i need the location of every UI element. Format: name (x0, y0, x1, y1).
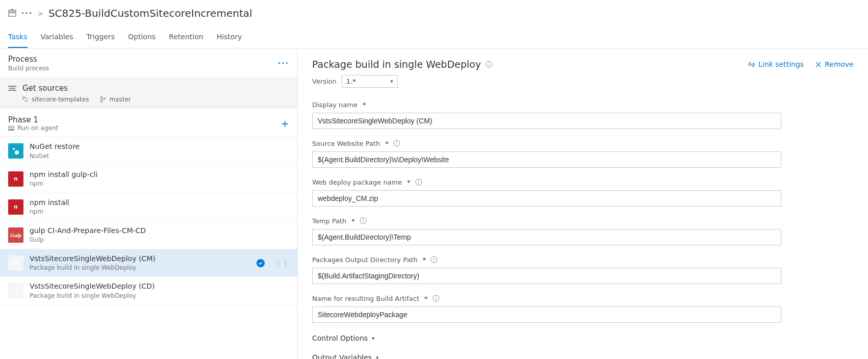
display-name-input[interactable] (312, 113, 781, 129)
task-detail-title: Package build in single WebDeploy i (312, 59, 493, 70)
task-webdeploy-cm[interactable]: SC VstsSitecoreSingleWebDeploy (CM) Pack… (0, 249, 297, 277)
svg-text:i: i (433, 257, 435, 262)
info-icon[interactable]: i (430, 255, 438, 264)
task-subtitle: npm (30, 180, 97, 187)
source-path-label: Source Website Path* i (312, 139, 854, 147)
tab-options[interactable]: Options (128, 28, 156, 48)
task-title: npm install gulp-cli (30, 170, 97, 179)
info-icon[interactable]: i (485, 60, 493, 68)
task-title: gulp CI-And-Prepare-Files-CM-CD (30, 226, 146, 236)
branch-name: master (109, 96, 131, 103)
svg-rect-1 (9, 13, 16, 16)
sitecore-icon: SC (8, 283, 23, 298)
tab-triggers[interactable]: Triggers (87, 28, 115, 48)
chevron-down-icon: ▾ (372, 335, 375, 342)
temp-path-label: Temp Path* i (312, 217, 854, 225)
npm-icon: n (8, 171, 23, 187)
package-name-input[interactable] (312, 190, 781, 207)
svg-rect-0 (9, 10, 16, 12)
breadcrumb-more-icon[interactable]: ··· (21, 9, 33, 17)
npm-icon: n (8, 199, 23, 215)
phase-subtitle: Run on agent (8, 124, 58, 132)
display-name-label: Display name* (312, 101, 854, 109)
version-label: Version (312, 78, 337, 85)
tab-retention[interactable]: Retention (169, 28, 203, 48)
page-title: SC825-BuildCustomSitecoreIncremental (48, 7, 252, 19)
svg-point-6 (24, 98, 25, 99)
get-sources-icon (8, 85, 16, 92)
artifact-name-input[interactable] (312, 306, 781, 323)
link-settings-button[interactable]: Link settings (748, 60, 804, 68)
svg-text:i: i (396, 141, 398, 146)
version-select[interactable]: 1.* ▾ (342, 75, 398, 88)
agent-icon (8, 125, 14, 131)
branch-icon (100, 96, 106, 102)
svg-text:i: i (363, 218, 364, 223)
task-title: VstsSitecoreSingleWebDeploy (CM) (30, 254, 156, 264)
output-variables-toggle[interactable]: Output Variables ▾ (312, 353, 854, 359)
task-gulp[interactable]: Gulp gulp CI-And-Prepare-Files-CM-CD Gul… (0, 221, 297, 249)
svg-point-9 (104, 98, 106, 99)
breadcrumb: ··· > SC825-BuildCustomSitecoreIncrement… (0, 0, 868, 22)
get-sources-row[interactable]: Get sources sitecore-templates master (0, 78, 297, 108)
info-icon[interactable]: i (359, 217, 367, 225)
info-icon[interactable]: i (432, 294, 440, 302)
enabled-check-icon (257, 259, 265, 267)
tab-tasks[interactable]: Tasks (8, 28, 28, 48)
repo-icon (22, 96, 29, 102)
branch-chip: master (100, 96, 131, 103)
add-task-button[interactable]: + (280, 118, 289, 129)
task-subtitle: Package build in single WebDeploy (30, 264, 156, 271)
left-panel: Process Build process ··· Get sources si… (0, 48, 298, 359)
remove-button[interactable]: Remove (815, 60, 854, 68)
task-subtitle: npm (30, 208, 69, 215)
repo-name: sitecore-templates (32, 96, 89, 103)
get-sources-title: Get sources (22, 84, 68, 93)
build-definitions-icon[interactable] (8, 9, 16, 17)
output-path-label: Packages Output Directory Path* i (312, 255, 854, 264)
chevron-down-icon: ▾ (376, 354, 379, 360)
info-icon[interactable]: i (393, 139, 401, 147)
tab-variables[interactable]: Variables (41, 28, 73, 48)
output-path-input[interactable] (312, 268, 781, 284)
sitecore-icon: SC (8, 255, 23, 271)
svg-text:i: i (435, 296, 437, 301)
task-subtitle: Gulp (30, 236, 146, 243)
nuget-icon (8, 143, 23, 159)
svg-rect-2 (11, 9, 13, 10)
repo-chip: sitecore-templates (22, 96, 89, 103)
task-npm-install[interactable]: n npm install npm (0, 193, 297, 221)
svg-point-8 (101, 101, 103, 102)
svg-point-13 (13, 148, 15, 150)
svg-rect-10 (8, 125, 14, 127)
close-icon (815, 61, 822, 68)
process-subtitle: Build process (8, 65, 49, 72)
package-name-label: Web deploy package name* i (312, 178, 854, 186)
temp-path-input[interactable] (312, 229, 781, 245)
task-title: VstsSitecoreSingleWebDeploy (CD) (30, 282, 155, 291)
gulp-icon: Gulp (8, 227, 23, 243)
tabs: Tasks Variables Triggers Options Retenti… (0, 28, 868, 48)
task-title: npm install (30, 198, 69, 208)
svg-rect-11 (8, 127, 14, 129)
tab-history[interactable]: History (217, 28, 242, 48)
svg-text:i: i (418, 179, 419, 185)
drag-handle-icon[interactable]: ⋮⋮ (275, 259, 289, 267)
artifact-name-label: Name for resulting Build Artifact* i (312, 294, 854, 302)
process-row[interactable]: Process Build process ··· (0, 48, 297, 78)
svg-point-7 (101, 97, 103, 98)
task-webdeploy-cd[interactable]: SC VstsSitecoreSingleWebDeploy (CD) Pack… (0, 277, 297, 305)
phase-row[interactable]: Phase 1 Run on agent + (0, 108, 297, 137)
chevron-down-icon: ▾ (390, 78, 393, 85)
svg-rect-12 (8, 130, 14, 131)
task-npm-install-gulp-cli[interactable]: n npm install gulp-cli npm (0, 165, 297, 193)
control-options-toggle[interactable]: Control Options ▾ (312, 334, 854, 342)
right-panel: Package build in single WebDeploy i Link… (298, 48, 868, 359)
svg-text:i: i (489, 62, 490, 67)
task-nuget-restore[interactable]: NuGet restore NuGet (0, 137, 297, 165)
process-more-icon[interactable]: ··· (278, 59, 289, 67)
phase-title: Phase 1 (8, 115, 58, 124)
info-icon[interactable]: i (415, 178, 423, 186)
task-subtitle: NuGet (30, 152, 80, 160)
source-path-input[interactable] (312, 151, 781, 168)
